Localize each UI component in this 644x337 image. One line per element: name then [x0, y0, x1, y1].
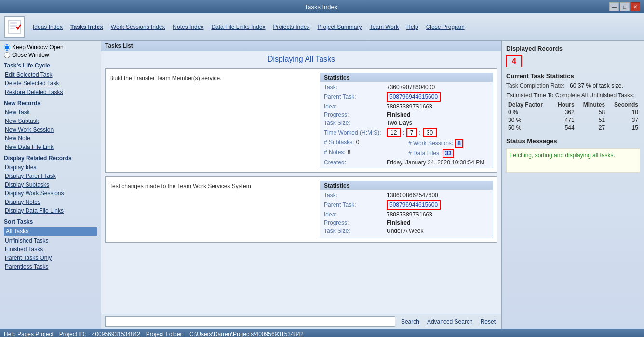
task-id-label: Task:	[324, 84, 387, 91]
reset-button[interactable]: Reset	[479, 317, 497, 326]
nav-notes-index[interactable]: Notes Index	[170, 23, 206, 31]
advanced-search-button[interactable]: Advanced Search	[425, 317, 475, 326]
new-records-section-title: New Records	[4, 100, 97, 107]
status-bar: Help Pages Project Project ID: 400956931…	[0, 329, 644, 337]
new-note-link[interactable]: New Note	[4, 135, 97, 142]
notes-label: # Notes:	[324, 149, 346, 156]
notes-data-files-row: # Notes: 8 # Data Files: 33	[324, 149, 489, 158]
task-description: Build the Transfer Team Member(s) servic…	[109, 73, 316, 168]
seconds-header: Seconds	[607, 101, 640, 108]
delay-factor-header: Delay Factor	[506, 101, 552, 108]
task-description: Test changes made to the Team Work Servi…	[109, 181, 316, 238]
stats-body: Task: 736079078604000 Parent Task: 50879…	[320, 82, 493, 168]
display-data-file-links-link[interactable]: Display Data File Links	[4, 207, 97, 215]
svg-rect-3	[10, 28, 15, 29]
finished-tasks-link[interactable]: Finished Tasks	[4, 245, 97, 253]
time-sep-2: :	[419, 129, 420, 136]
delay-table: Delay Factor Hours Minutes Seconds 0 %36…	[506, 101, 640, 132]
unfinished-tasks-link[interactable]: Unfinished Tasks	[4, 237, 97, 244]
maximize-button[interactable]: □	[620, 2, 630, 11]
project-folder-label: Project Folder:	[146, 331, 184, 337]
task-id-row: Task: 1306008662547600	[324, 192, 489, 199]
completion-rate-value: 60.37 % of task size.	[570, 82, 623, 89]
all-tasks-link[interactable]: All Tasks	[4, 227, 97, 236]
display-parent-task-link[interactable]: Display Parent Task	[4, 172, 97, 180]
nav-ideas-index[interactable]: Ideas Index	[30, 23, 66, 31]
menu-bar: Ideas Index Tasks Index Work Sessions In…	[0, 13, 644, 41]
tasks-list-title: Displaying All Tasks	[101, 51, 501, 67]
minutes-cell: 27	[577, 124, 607, 132]
close-window-label: Close Window	[12, 52, 49, 58]
parentless-tasks-link[interactable]: Parentless Tasks	[4, 263, 97, 270]
time-hours: 12	[387, 128, 401, 137]
restore-deleted-tasks-link[interactable]: Restore Deleted Tasks	[4, 88, 97, 96]
nav-projects-index[interactable]: Projects Index	[270, 23, 312, 31]
nav-tasks-index[interactable]: Tasks Index	[67, 23, 106, 31]
minimize-button[interactable]: —	[609, 2, 619, 11]
search-button[interactable]: Search	[399, 317, 421, 326]
parent-task-row: Parent Task: 508796944615600	[324, 92, 489, 102]
notes-col: # Notes: 8	[324, 149, 404, 158]
project-id-value: 400956931534842	[92, 331, 140, 337]
task-card[interactable]: Build the Transfer Team Member(s) servic…	[105, 68, 497, 173]
time-sep-1: :	[402, 129, 404, 136]
completion-rate-label: Task Completion Rate:	[506, 82, 564, 89]
hours-cell: 362	[552, 108, 577, 116]
task-card[interactable]: Test changes made to the Team Work Servi…	[105, 176, 497, 243]
title-bar: Tasks Index — □ ✕	[0, 0, 644, 13]
tasks-area: Tasks List Displaying All Tasks Build th…	[101, 41, 502, 329]
parent-task-row: Parent Task: 508796944615600	[324, 200, 489, 210]
data-files-value: 33	[443, 149, 454, 158]
display-subtasks-link[interactable]: Display Subtasks	[4, 181, 97, 189]
task-id-value: 736079078604000	[387, 84, 435, 91]
nav-close-program[interactable]: Close Program	[423, 23, 468, 31]
new-data-file-link-link[interactable]: New Data File Link	[4, 143, 97, 151]
estimated-time-label: Estimated Time To Complete All Unfinishe…	[506, 92, 640, 99]
progress-row: Progress: Finished	[324, 111, 489, 118]
keep-window-open-label: Keep Window Open	[12, 44, 64, 51]
tasks-scroll-area[interactable]: Build the Transfer Team Member(s) servic…	[101, 67, 501, 314]
work-sessions-label: # Work Sessions:	[408, 140, 453, 147]
window-behavior-group: Keep Window Open Close Window	[4, 44, 97, 58]
hours-cell: 544	[552, 124, 577, 132]
display-notes-link[interactable]: Display Notes	[4, 198, 97, 206]
status-messages-box: Fetching, sorting and displaying all tas…	[506, 148, 640, 173]
progress-label: Progress:	[324, 219, 387, 226]
window-title: Tasks Index	[33, 3, 609, 11]
progress-value: Finished	[387, 111, 410, 118]
hours-cell: 471	[552, 116, 577, 124]
delay-cell: 0 %	[506, 108, 552, 116]
minutes-cell: 51	[577, 116, 607, 124]
created-value: Friday, January 24, 2020 10:38:54 PM	[387, 159, 484, 166]
nav-help[interactable]: Help	[403, 23, 421, 31]
parent-tasks-only-link[interactable]: Parent Tasks Only	[4, 254, 97, 262]
displayed-records-title: Displayed Records	[506, 45, 640, 52]
nav-team-work[interactable]: Team Work	[367, 23, 402, 31]
search-input[interactable]	[105, 316, 395, 327]
delay-cell: 50 %	[506, 124, 552, 132]
close-button[interactable]: ✕	[631, 2, 640, 11]
task-size-value: Under A Week	[387, 228, 424, 234]
nav-work-sessions-index[interactable]: Work Sessions Index	[108, 23, 168, 31]
keep-window-open-option[interactable]: Keep Window Open	[4, 44, 97, 51]
new-subtask-link[interactable]: New Subtask	[4, 117, 97, 125]
nav-data-file-links-index[interactable]: Data File Links Index	[208, 23, 268, 31]
time-worked-label: Time Worked (H:M:S):	[324, 129, 387, 136]
display-idea-link[interactable]: Display Idea	[4, 163, 97, 171]
delay-cell: 30 %	[506, 116, 552, 124]
new-task-link[interactable]: New Task	[4, 108, 97, 116]
display-work-sessions-link[interactable]: Display Work Sessions	[4, 189, 97, 197]
delete-selected-task-link[interactable]: Delete Selected Task	[4, 80, 97, 87]
nav-project-summary[interactable]: Project Summary	[315, 23, 365, 31]
sidebar-scroll[interactable]: Keep Window Open Close Window Task's Lif…	[0, 41, 101, 329]
task-size-row: Task Size: Two Days	[324, 120, 489, 126]
progress-row: Progress: Finished	[324, 219, 489, 226]
task-size-row: Task Size: Under A Week	[324, 228, 489, 234]
delay-table-row: 30 %4715137	[506, 116, 640, 124]
delay-table-row: 50 %5442715	[506, 124, 640, 132]
data-files-label: # Data Files:	[408, 150, 441, 157]
new-work-session-link[interactable]: New Work Session	[4, 126, 97, 134]
close-window-option[interactable]: Close Window	[4, 52, 97, 58]
task-size-label: Task Size:	[324, 228, 387, 234]
edit-selected-task-link[interactable]: Edit Selected Task	[4, 71, 97, 79]
